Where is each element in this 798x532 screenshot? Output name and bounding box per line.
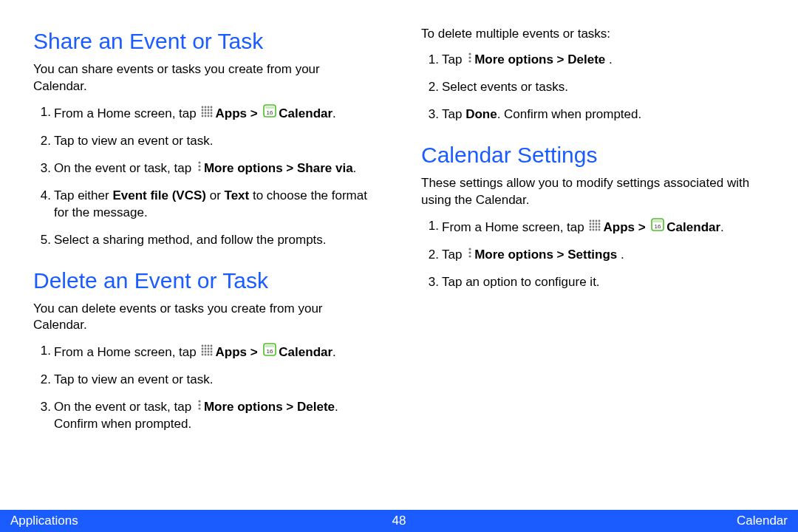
svg-point-33: [211, 351, 213, 353]
svg-point-68: [469, 255, 471, 257]
delete-step-1: From a Home screen, tap Apps > 16Calenda…: [54, 343, 377, 361]
text: From a Home screen, tap: [442, 220, 587, 234]
text: On the event or task, tap: [54, 161, 195, 175]
svg-rect-17: [265, 106, 274, 109]
more-options-icon: [467, 247, 473, 259]
svg-point-6: [208, 109, 210, 111]
svg-rect-39: [265, 345, 274, 347]
svg-point-10: [208, 112, 210, 114]
svg-point-15: [211, 115, 213, 117]
multi-step-2: Select events or tasks.: [442, 79, 765, 96]
svg-point-32: [208, 351, 210, 353]
page-footer: Applications 48 Calendar: [0, 510, 798, 532]
delete-multiple-steps: Tap More options > Delete . Select event…: [421, 52, 765, 123]
svg-point-56: [593, 225, 595, 228]
share-steps: From a Home screen, tap Apps > 16Calenda…: [33, 104, 377, 249]
bold: Event file (VCS): [112, 188, 206, 202]
calendar-icon: 16: [263, 343, 276, 356]
apps-label: Apps >: [603, 220, 649, 234]
more-options-icon: [197, 160, 202, 172]
delete-intro: You can delete events or tasks you creat…: [33, 301, 377, 335]
svg-point-60: [593, 228, 595, 231]
heading-delete-event: Delete an Event or Task: [33, 268, 377, 293]
text: or: [206, 188, 225, 202]
svg-point-66: [469, 248, 471, 250]
svg-point-46: [469, 60, 471, 62]
share-step-3: On the event or task, tap More options >…: [54, 160, 377, 177]
svg-point-41: [198, 400, 200, 403]
svg-text:16: 16: [267, 348, 273, 355]
apps-label: Apps >: [215, 106, 261, 120]
left-column: Share an Event or Task You can share eve…: [33, 26, 377, 443]
svg-point-55: [590, 225, 592, 228]
svg-point-36: [208, 354, 210, 356]
apps-label: Apps >: [215, 345, 261, 359]
svg-point-27: [205, 348, 207, 350]
footer-section: Applications: [10, 514, 78, 528]
svg-point-37: [211, 354, 213, 356]
text: .: [332, 106, 336, 120]
delete-step-3: On the event or task, tap More options >…: [54, 399, 377, 433]
settings-step-3: Tap an option to configure it.: [442, 274, 765, 291]
manual-page: Share an Event or Task You can share eve…: [0, 0, 798, 532]
svg-point-50: [598, 219, 601, 222]
svg-point-54: [598, 222, 601, 225]
svg-point-19: [198, 161, 200, 163]
share-step-1: From a Home screen, tap Apps > 16Calenda…: [54, 104, 377, 123]
text: On the event or task, tap: [54, 400, 195, 414]
svg-point-2: [208, 106, 210, 108]
text: .: [332, 345, 336, 359]
delete-step-2: Tap to view an event or task.: [54, 372, 377, 389]
svg-point-3: [211, 106, 213, 108]
settings-step-1: From a Home screen, tap Apps > 16Calenda…: [442, 218, 765, 236]
text: .: [720, 220, 724, 234]
svg-point-47: [590, 219, 592, 222]
svg-point-7: [211, 109, 213, 111]
svg-point-24: [208, 345, 210, 347]
svg-point-49: [596, 219, 598, 222]
svg-point-48: [593, 219, 595, 222]
settings-steps: From a Home screen, tap Apps > 16Calenda…: [421, 218, 765, 291]
svg-text:16: 16: [267, 109, 273, 116]
svg-point-0: [202, 106, 204, 108]
svg-point-67: [469, 251, 471, 253]
calendar-icon: 16: [263, 104, 276, 117]
bold: Done: [466, 107, 497, 121]
svg-point-34: [202, 354, 204, 356]
more-options-icon: [467, 52, 473, 64]
delete-steps: From a Home screen, tap Apps > 16Calenda…: [33, 343, 377, 433]
share-step-2: Tap to view an event or task.: [54, 133, 377, 150]
text: Tap: [442, 107, 466, 121]
text: .: [609, 52, 613, 66]
svg-point-51: [590, 222, 592, 225]
footer-page-number: 48: [392, 514, 406, 528]
svg-point-12: [202, 115, 204, 117]
bold: Text: [225, 188, 250, 202]
more-options-label: More options > Settings: [474, 248, 621, 262]
heading-share-event: Share an Event or Task: [33, 29, 377, 54]
svg-point-57: [596, 225, 598, 228]
calendar-label: Calendar: [279, 345, 332, 359]
text: .: [621, 248, 624, 262]
calendar-label: Calendar: [279, 106, 332, 120]
svg-point-35: [205, 354, 207, 356]
svg-point-59: [590, 228, 592, 231]
text: Tap: [442, 52, 466, 66]
more-options-icon: [197, 399, 202, 411]
right-column: To delete multiple events or tasks: Tap …: [421, 26, 765, 443]
svg-point-58: [598, 225, 601, 228]
svg-point-22: [202, 345, 204, 347]
multi-step-3: Tap Done. Confirm when prompted.: [442, 106, 765, 123]
svg-point-29: [211, 348, 213, 350]
svg-point-61: [596, 228, 598, 231]
text: Tap either: [54, 188, 112, 202]
svg-point-20: [198, 165, 200, 167]
svg-point-28: [208, 348, 210, 350]
svg-point-30: [202, 351, 204, 353]
heading-calendar-settings: Calendar Settings: [421, 143, 765, 168]
more-options-label: More options > Delete: [204, 400, 335, 414]
svg-point-14: [208, 115, 210, 117]
share-step-4: Tap either Event file (VCS) or Text to c…: [54, 188, 377, 222]
text: From a Home screen, tap: [54, 106, 200, 120]
svg-point-26: [202, 348, 204, 350]
